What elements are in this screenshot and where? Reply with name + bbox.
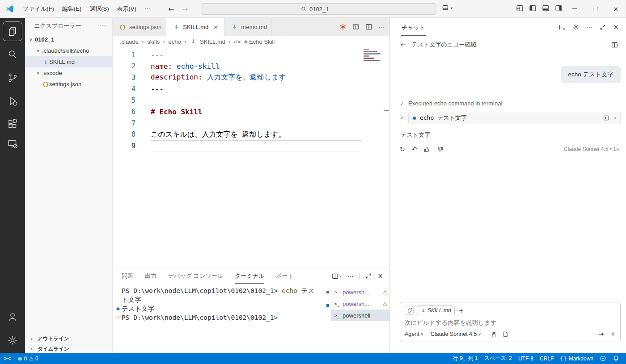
open-in-terminal-icon[interactable] [603, 115, 609, 121]
source-control-activity-button[interactable] [3, 68, 22, 88]
breadcrumb-item[interactable]: .claude [120, 38, 139, 45]
terminal-list-item[interactable]: >_ powersh... ⚠ [331, 298, 389, 310]
forward-button[interactable]: → [182, 4, 188, 13]
close-chat-button[interactable]: × [613, 23, 619, 31]
extensions-activity-button[interactable] [3, 114, 22, 134]
copilot-icon[interactable] [596, 353, 609, 364]
panel-tab-terminal[interactable]: ターミナル [235, 268, 264, 284]
cursor-position-status[interactable]: 行 9、列 1 [450, 353, 481, 364]
toggle-primary-sidebar-button[interactable] [529, 4, 537, 12]
search-input[interactable] [309, 6, 336, 13]
toggle-secondary-sidebar-button[interactable] [555, 4, 563, 12]
chat-more-actions-button[interactable]: ⋯ [587, 24, 592, 31]
accounts-button[interactable] [3, 307, 22, 327]
explorer-activity-button[interactable] [3, 21, 22, 41]
remote-explorer-activity-button[interactable] [3, 134, 22, 154]
command-success-decoration[interactable]: ● [114, 306, 122, 311]
menu-view[interactable]: 表示(V) [113, 3, 140, 15]
chevron-right-icon[interactable]: › [614, 115, 616, 121]
chat-tab[interactable]: チャット [401, 19, 426, 36]
context-chip-skill-md[interactable]: ↓ SKILL.md [417, 305, 455, 315]
terminal-output[interactable]: PS D:\work\node\LLM\copilot\0102\0102_1>… [113, 284, 325, 353]
explorer-more-actions-button[interactable]: ⋯ [99, 22, 106, 30]
terminal-list-item[interactable]: >_ powersh... ⚠ [331, 286, 389, 298]
remote-indicator[interactable]: >< [0, 356, 14, 361]
terminal-list-item-selected[interactable]: >_ powershell [331, 310, 389, 321]
breadcrumb-item[interactable]: # Echo Skill [244, 38, 275, 45]
terminal-scrollbar[interactable] [325, 284, 331, 353]
tool-call-box[interactable]: ● echo テスト文字 › [408, 112, 621, 124]
minimize-button[interactable] [564, 0, 585, 17]
prompt-decoration[interactable]: ○ [114, 315, 122, 320]
close-panel-button[interactable]: × [377, 272, 383, 280]
problems-status[interactable]: ⊗ 0 ⚠ 0 [14, 353, 41, 364]
menu-file[interactable]: ファイル(F) [19, 3, 58, 15]
language-mode-status[interactable]: {} Markdown [557, 353, 596, 364]
chat-prompt-input[interactable] [405, 319, 616, 326]
tree-root-folder[interactable]: ∨ 0102_1 [25, 34, 112, 45]
close-window-button[interactable]: × [605, 0, 626, 17]
undo-button[interactable]: ↶ [412, 146, 417, 153]
tree-folder-claude-skills-echo[interactable]: ∨ .claude\skills\echo [25, 45, 112, 56]
configure-tools-icon[interactable] [490, 331, 497, 338]
instructions-file-error-icon[interactable] [502, 331, 509, 338]
maximize-button[interactable] [585, 0, 605, 17]
tree-folder-vscode[interactable]: ∨ .vscode [25, 67, 112, 79]
search-activity-button[interactable] [3, 45, 22, 64]
attach-context-button[interactable] [405, 306, 414, 315]
run-debug-activity-button[interactable] [3, 91, 22, 111]
new-chat-button[interactable]: +∨ [557, 23, 565, 31]
back-button[interactable]: ← [401, 41, 406, 49]
customize-layout-button[interactable] [516, 4, 524, 12]
extension-action-button[interactable] [339, 23, 347, 30]
chat-input-box[interactable]: ↓ SKILL.md + Agent∨ Claude Sonnet 4.5∨ →… [400, 302, 621, 342]
panel-tab-output[interactable]: 出力 [145, 268, 156, 284]
model-picker[interactable]: Claude Sonnet 4.5∨ [431, 331, 481, 337]
chat-settings-button[interactable] [572, 24, 579, 31]
tab-memo-md[interactable]: ↓ memo.md [224, 18, 272, 36]
code-editor[interactable]: 1 --- 2 name: echo-skill 3 description: … [113, 47, 389, 268]
editor-more-actions-button[interactable]: ⋯ [378, 24, 384, 30]
menu-edit[interactable]: 編集(E) [58, 3, 85, 15]
breadcrumb-item[interactable]: echo [169, 38, 181, 45]
split-editor-button[interactable] [365, 23, 372, 30]
outline-section-header[interactable]: › アウトライン [25, 333, 112, 344]
panel-tab-debug-console[interactable]: デバッグ コンソール [168, 268, 223, 284]
add-context-button[interactable]: + [459, 307, 464, 314]
toggle-panel-button[interactable] [542, 4, 550, 12]
agent-mode-picker[interactable]: Agent∨ [405, 331, 423, 337]
minimap[interactable] [364, 49, 382, 61]
settings-gear-button[interactable] [3, 331, 22, 350]
notifications-bell-icon[interactable] [609, 353, 622, 364]
eol-status[interactable]: CRLF [537, 353, 557, 364]
panel-tab-ports[interactable]: ポート [276, 268, 294, 284]
timeline-section-header[interactable]: › タイムライン [25, 344, 112, 353]
tab-settings-json[interactable]: {} settings.json [113, 18, 166, 36]
retry-button[interactable]: ↻ [400, 146, 405, 153]
close-tab-button[interactable]: × [211, 24, 220, 30]
thumbs-up-button[interactable] [423, 146, 430, 153]
back-button[interactable]: ← [168, 4, 174, 13]
encoding-status[interactable]: UTF-8 [515, 353, 537, 364]
panel-more-actions-button[interactable]: ⋯ [347, 273, 353, 280]
breadcrumb-item[interactable]: skills [147, 38, 160, 45]
tree-file-settings-json[interactable]: {} settings.json [25, 79, 112, 90]
send-button[interactable]: → [598, 330, 604, 338]
command-center-search[interactable] [201, 3, 436, 15]
split-terminal-button[interactable]: ∨ [332, 273, 342, 280]
tree-file-skill-md[interactable]: ↓ SKILL.md [25, 56, 112, 67]
breadcrumb-item[interactable]: SKILL.md [200, 38, 225, 45]
menu-more[interactable]: ⋯ [140, 3, 154, 15]
thumbs-down-button[interactable] [437, 146, 444, 153]
new-input-button[interactable]: + [610, 330, 616, 338]
indentation-status[interactable]: スペース: 2 [481, 353, 515, 364]
panel-tab-problems[interactable]: 問題 [122, 268, 133, 284]
markdown-file-icon: ↓ [42, 59, 49, 65]
maximize-panel-button[interactable] [365, 273, 372, 279]
tab-skill-md[interactable]: ↓ SKILL.md × [166, 18, 224, 36]
expand-chat-button[interactable] [600, 24, 606, 30]
open-session-in-editor-button[interactable] [611, 42, 618, 48]
open-preview-icon[interactable] [352, 23, 360, 30]
menu-selection[interactable]: 選択(S) [85, 3, 113, 15]
layout-control-button[interactable]: ∨ [442, 4, 453, 11]
